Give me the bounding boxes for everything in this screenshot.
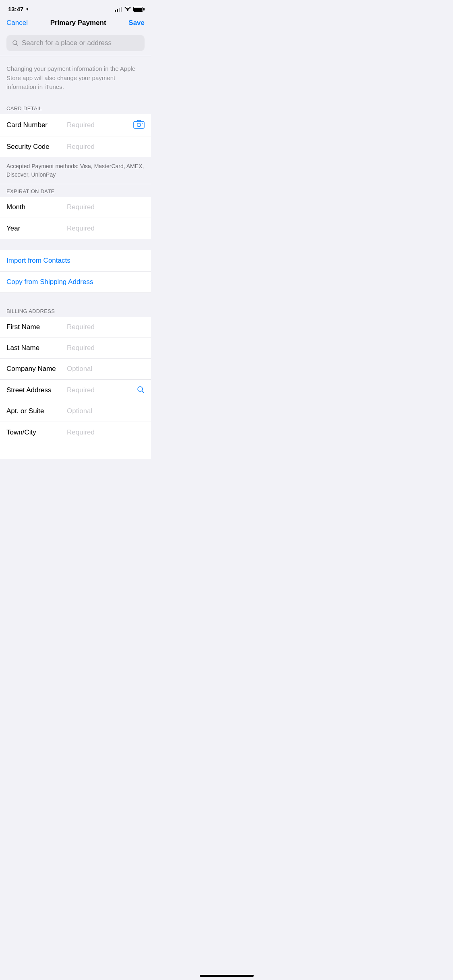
security-code-label: Security Code: [6, 143, 67, 151]
year-label: Year: [6, 224, 67, 233]
svg-line-6: [142, 391, 144, 392]
expiration-form: Month Required Year Required: [0, 197, 151, 239]
billing-address-label: BILLING ADDRESS: [6, 308, 55, 314]
camera-icon[interactable]: [133, 120, 145, 130]
search-container: Search for a place or address: [0, 32, 151, 56]
last-name-label: Last Name: [6, 344, 67, 352]
save-button[interactable]: Save: [128, 19, 145, 27]
security-code-row[interactable]: Security Code Required: [0, 136, 151, 157]
first-name-row[interactable]: First Name Required: [0, 317, 151, 338]
apt-suite-row[interactable]: Apt. or Suite Optional: [0, 401, 151, 422]
import-contacts-row[interactable]: Import from Contacts: [0, 250, 151, 272]
signal-icon: [115, 7, 122, 12]
card-number-value: Required: [67, 121, 133, 129]
status-icons: [115, 7, 143, 12]
copy-shipping-link[interactable]: Copy from Shipping Address: [6, 278, 93, 286]
accepted-methods-text: Accepted Payment methods: Visa, MasterCa…: [6, 163, 144, 178]
security-code-value: Required: [67, 143, 145, 151]
expiration-date-label: EXPIRATION DATE: [6, 188, 55, 194]
first-name-label: First Name: [6, 323, 67, 331]
last-name-row[interactable]: Last Name Required: [0, 338, 151, 359]
last-name-value: Required: [67, 344, 145, 352]
first-name-value: Required: [67, 323, 145, 331]
street-address-value: Required: [67, 386, 137, 394]
info-text: Changing your payment information in the…: [6, 65, 135, 90]
billing-address-form: First Name Required Last Name Required C…: [0, 317, 151, 443]
gap-section-2: [0, 293, 151, 304]
cancel-button[interactable]: Cancel: [6, 19, 28, 27]
action-links: Import from Contacts Copy from Shipping …: [0, 250, 151, 293]
svg-line-1: [17, 44, 18, 46]
company-name-value: Optional: [67, 365, 145, 373]
svg-point-3: [137, 123, 141, 127]
town-city-value: Required: [67, 428, 145, 436]
company-name-label: Company Name: [6, 365, 67, 373]
accepted-methods-row: Accepted Payment methods: Visa, MasterCa…: [0, 157, 151, 184]
svg-rect-2: [134, 121, 144, 128]
company-name-row[interactable]: Company Name Optional: [0, 359, 151, 380]
gap-section-1: [0, 239, 151, 250]
search-placeholder-text: Search for a place or address: [22, 39, 112, 47]
year-row[interactable]: Year Required: [0, 218, 151, 239]
card-detail-form: Card Number Required Security Code Requi…: [0, 114, 151, 157]
town-city-row[interactable]: Town/City Required: [0, 422, 151, 443]
status-bar: 13:47: [0, 0, 151, 16]
card-number-label: Card Number: [6, 121, 67, 129]
svg-rect-4: [142, 123, 143, 124]
street-address-label: Street Address: [6, 386, 67, 394]
billing-address-section-header: BILLING ADDRESS: [0, 304, 151, 317]
import-contacts-link[interactable]: Import from Contacts: [6, 257, 70, 264]
year-value: Required: [67, 224, 145, 233]
card-detail-label: CARD DETAIL: [6, 105, 42, 111]
wifi-icon: [124, 7, 131, 12]
search-icon: [12, 40, 19, 46]
copy-shipping-row[interactable]: Copy from Shipping Address: [0, 272, 151, 293]
info-text-container: Changing your payment information in the…: [0, 56, 151, 101]
navigation-bar: Cancel Primary Payment Save: [0, 16, 151, 32]
town-city-label: Town/City: [6, 428, 67, 436]
battery-icon: [133, 7, 143, 12]
apt-suite-value: Optional: [67, 407, 145, 415]
card-detail-section-header: CARD DETAIL: [0, 101, 151, 114]
expiration-section-header: EXPIRATION DATE: [0, 184, 151, 197]
month-value: Required: [67, 203, 145, 211]
month-row[interactable]: Month Required: [0, 197, 151, 218]
apt-suite-label: Apt. or Suite: [6, 407, 67, 415]
location-arrow-icon: [25, 7, 29, 11]
status-time: 13:47: [8, 6, 29, 12]
page-title: Primary Payment: [50, 19, 106, 27]
street-search-icon[interactable]: [137, 385, 145, 395]
search-bar[interactable]: Search for a place or address: [6, 35, 145, 51]
month-label: Month: [6, 203, 67, 211]
card-number-row[interactable]: Card Number Required: [0, 114, 151, 136]
street-address-row[interactable]: Street Address Required: [0, 380, 151, 401]
